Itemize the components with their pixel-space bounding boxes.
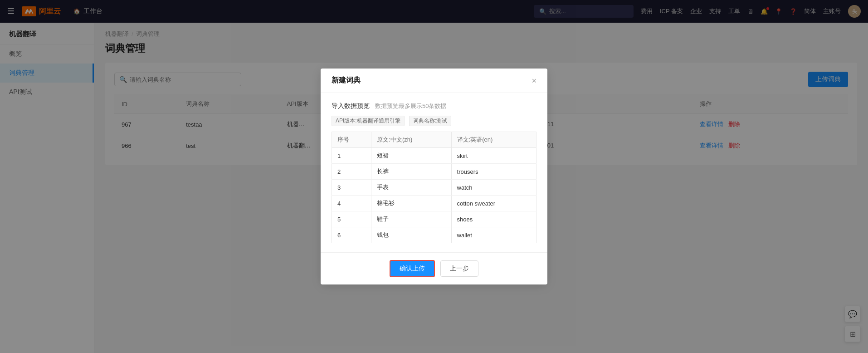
preview-cell-target: cotton sweater <box>451 196 536 211</box>
modal-header: 新建词典 × <box>321 69 547 93</box>
modal-overlay: 新建词典 × 导入数据预览 数据预览最多展示50条数据 API版本:机器翻译通用… <box>0 0 868 353</box>
modal-footer: 确认上传 上一步 <box>321 252 547 284</box>
preview-header: 导入数据预览 数据预览最多展示50条数据 <box>332 102 536 110</box>
preview-col-source: 原文:中文(zh) <box>371 132 451 148</box>
preview-label: 导入数据预览 <box>332 102 370 110</box>
preview-row: 2 长裤 trousers <box>332 164 536 180</box>
preview-cell-no: 3 <box>332 180 371 196</box>
dict-name-tag: 词典名称:测试 <box>409 116 451 126</box>
modal-title: 新建词典 <box>332 76 361 85</box>
new-dictionary-modal: 新建词典 × 导入数据预览 数据预览最多展示50条数据 API版本:机器翻译通用… <box>321 69 547 284</box>
preview-cell-target: trousers <box>451 164 536 180</box>
preview-cell-source: 手表 <box>371 180 451 196</box>
modal-close-button[interactable]: × <box>532 77 536 85</box>
preview-cell-source: 钱包 <box>371 227 451 243</box>
preview-cell-no: 2 <box>332 164 371 180</box>
preview-row: 5 鞋子 shoes <box>332 211 536 227</box>
preview-row: 4 棉毛衫 cotton sweater <box>332 196 536 211</box>
preview-cell-target: skirt <box>451 148 536 164</box>
preview-cell-target: wallet <box>451 227 536 243</box>
preview-cell-no: 1 <box>332 148 371 164</box>
preview-cell-target: watch <box>451 180 536 196</box>
preview-col-no: 序号 <box>332 132 371 148</box>
preview-hint: 数据预览最多展示50条数据 <box>375 102 446 110</box>
preview-cell-source: 长裤 <box>371 164 451 180</box>
preview-cell-source: 鞋子 <box>371 211 451 227</box>
preview-cell-target: shoes <box>451 211 536 227</box>
api-version-tag: API版本:机器翻译通用引擎 <box>332 116 405 126</box>
confirm-upload-button[interactable]: 确认上传 <box>390 260 435 277</box>
prev-step-button[interactable]: 上一步 <box>440 260 478 277</box>
preview-cell-no: 5 <box>332 211 371 227</box>
preview-cell-no: 6 <box>332 227 371 243</box>
preview-col-target: 译文:英语(en) <box>451 132 536 148</box>
preview-cell-no: 4 <box>332 196 371 211</box>
preview-row: 3 手表 watch <box>332 180 536 196</box>
preview-cell-source: 短裙 <box>371 148 451 164</box>
preview-cell-source: 棉毛衫 <box>371 196 451 211</box>
preview-row: 1 短裙 skirt <box>332 148 536 164</box>
preview-header-row: 序号 原文:中文(zh) 译文:英语(en) <box>332 132 536 148</box>
modal-body: 导入数据预览 数据预览最多展示50条数据 API版本:机器翻译通用引擎 词典名称… <box>321 93 547 252</box>
preview-table: 序号 原文:中文(zh) 译文:英语(en) 1 短裙 skirt 2 长裤 t… <box>332 132 536 243</box>
preview-row: 6 钱包 wallet <box>332 227 536 243</box>
tag-container: API版本:机器翻译通用引擎 词典名称:测试 <box>332 116 536 126</box>
